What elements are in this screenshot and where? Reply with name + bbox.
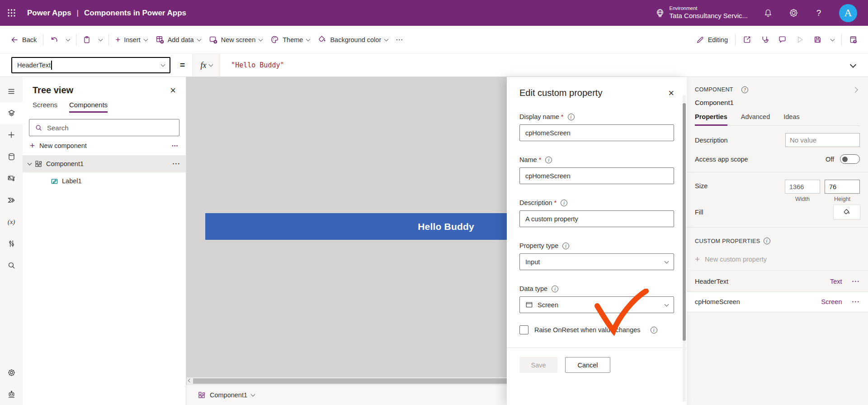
property-type-value: Input: [525, 258, 540, 266]
share-button[interactable]: [739, 35, 755, 44]
property-type: Screen: [821, 298, 842, 305]
rail-media-icon[interactable]: [0, 167, 23, 189]
selected-component-name: Component1: [695, 99, 860, 106]
save-button[interactable]: [809, 35, 826, 44]
info-icon[interactable]: i: [545, 157, 552, 163]
back-button[interactable]: Back: [6, 36, 41, 44]
property-overflow-icon[interactable]: ···: [852, 298, 860, 305]
description-input[interactable]: No value: [785, 133, 860, 147]
property-overflow-icon[interactable]: ···: [852, 278, 860, 285]
dialog-scrollbar-thumb[interactable]: [683, 103, 686, 341]
theme-button[interactable]: Theme: [266, 35, 314, 44]
chevron-down-icon[interactable]: [251, 392, 255, 397]
save-button[interactable]: Save: [519, 357, 557, 373]
insert-button[interactable]: + Insert: [111, 35, 151, 45]
search-input[interactable]: [47, 124, 174, 132]
rail-search-icon[interactable]: [0, 254, 23, 276]
custom-properties-list: HeaderText Text ··· cpHomeScreen Screen …: [687, 271, 868, 312]
tab-ideas[interactable]: Ideas: [783, 113, 799, 125]
add-data-label: Add data: [168, 36, 194, 43]
preview-button[interactable]: [792, 35, 808, 44]
property-type-dropdown[interactable]: Input: [519, 253, 674, 270]
add-data-button[interactable]: Add data: [151, 35, 205, 44]
paste-menu-button[interactable]: [95, 39, 106, 41]
access-app-scope-toggle[interactable]: [840, 154, 860, 164]
rail-hamburger-icon[interactable]: [0, 81, 23, 102]
notifications-button[interactable]: [763, 8, 773, 18]
dialog-close-icon[interactable]: ×: [668, 88, 674, 98]
save-menu-button[interactable]: [827, 39, 838, 41]
height-input[interactable]: 76: [825, 180, 860, 194]
paste-button[interactable]: [79, 36, 95, 44]
play-icon: [796, 35, 804, 44]
new-component-button[interactable]: + New component ⋯: [23, 136, 186, 155]
settings-button[interactable]: [788, 8, 798, 18]
collapse-panel-button[interactable]: [853, 86, 860, 93]
info-icon[interactable]: i: [651, 327, 657, 334]
fill-color-button[interactable]: [834, 205, 860, 219]
properties-panel-header: COMPONENT ? Component1 Properties Advanc…: [687, 77, 868, 126]
avatar[interactable]: A: [839, 4, 857, 22]
waffle-menu-icon[interactable]: [0, 9, 23, 17]
tree-search-box[interactable]: [29, 119, 179, 136]
rail-settings-icon[interactable]: [0, 362, 23, 383]
info-icon[interactable]: i: [562, 243, 569, 249]
undo-menu-button[interactable]: [62, 39, 74, 41]
rail-virtual-agent-icon[interactable]: [0, 383, 23, 405]
scroll-left-arrow-icon[interactable]: [187, 381, 193, 382]
editing-mode-button[interactable]: Editing: [692, 36, 732, 44]
toolbar-right: Editing: [692, 34, 862, 46]
formula-input[interactable]: "Hello Buddy": [220, 54, 838, 76]
info-icon[interactable]: i: [561, 200, 567, 206]
tree-item-label1[interactable]: Label1: [23, 172, 186, 190]
raise-onreset-checkbox[interactable]: [519, 325, 528, 334]
fx-button[interactable]: fx: [193, 54, 220, 76]
tab-components[interactable]: Components: [69, 101, 108, 113]
display-name-input[interactable]: cpHomeScreen: [519, 124, 674, 141]
rail-insert-icon[interactable]: [0, 124, 23, 146]
bottom-tab-label[interactable]: Component1: [210, 391, 247, 399]
toolbar-overflow-button[interactable]: ⋯: [392, 35, 407, 44]
pencil-icon: [696, 36, 704, 44]
comments-button[interactable]: [774, 35, 791, 44]
component-help-icon[interactable]: ?: [741, 86, 748, 93]
formula-bar-expand-button[interactable]: [838, 54, 868, 76]
new-component-overflow-icon[interactable]: ⋯: [172, 142, 179, 149]
app-checker-button[interactable]: [756, 35, 773, 44]
main-area: (x): [0, 77, 868, 405]
tree-item-component1[interactable]: Component1 ···: [23, 155, 186, 172]
undo-button[interactable]: [46, 35, 62, 44]
custom-properties-info-icon[interactable]: i: [764, 238, 770, 244]
custom-property-row-cphomescreen[interactable]: cpHomeScreen Screen ···: [687, 291, 868, 312]
cancel-button[interactable]: Cancel: [565, 357, 610, 373]
width-input[interactable]: 1366: [785, 180, 820, 194]
help-button[interactable]: ?: [814, 8, 824, 18]
expand-chevron-icon[interactable]: [28, 161, 32, 166]
rail-variables-icon[interactable]: (x): [0, 211, 23, 233]
rail-data-icon[interactable]: [0, 146, 23, 167]
rail-advanced-tools-icon[interactable]: [0, 233, 23, 254]
rail-power-automate-icon[interactable]: [0, 189, 23, 211]
description-input[interactable]: A custom property: [519, 210, 674, 227]
description-label: Description * i: [519, 199, 674, 206]
property-selector[interactable]: HeaderText: [11, 57, 170, 73]
custom-property-row-headertext[interactable]: HeaderText Text ···: [687, 271, 868, 291]
tree-view-close-icon[interactable]: ×: [170, 86, 176, 95]
header-right: Environment Tata Consultancy Servic... ?: [655, 4, 868, 22]
new-custom-property-button[interactable]: + New custom property: [687, 254, 868, 264]
tab-advanced[interactable]: Advanced: [741, 113, 770, 125]
new-screen-button[interactable]: New screen: [205, 35, 267, 44]
name-input[interactable]: cpHomeScreen: [519, 167, 674, 184]
tree-item-overflow-icon[interactable]: ···: [173, 160, 181, 167]
tab-screens[interactable]: Screens: [33, 101, 57, 113]
info-icon[interactable]: i: [552, 286, 558, 292]
info-icon[interactable]: i: [568, 114, 575, 120]
property-type-label: Property type i: [519, 242, 674, 249]
publish-button[interactable]: [845, 35, 862, 44]
chevron-down-icon: [306, 37, 311, 41]
background-color-button[interactable]: Background color: [314, 35, 392, 44]
rail-tree-view-icon[interactable]: [0, 102, 23, 124]
environment-picker[interactable]: Environment Tata Consultancy Servic...: [655, 5, 748, 20]
data-type-dropdown[interactable]: Screen: [519, 296, 674, 313]
tab-properties[interactable]: Properties: [695, 113, 727, 126]
